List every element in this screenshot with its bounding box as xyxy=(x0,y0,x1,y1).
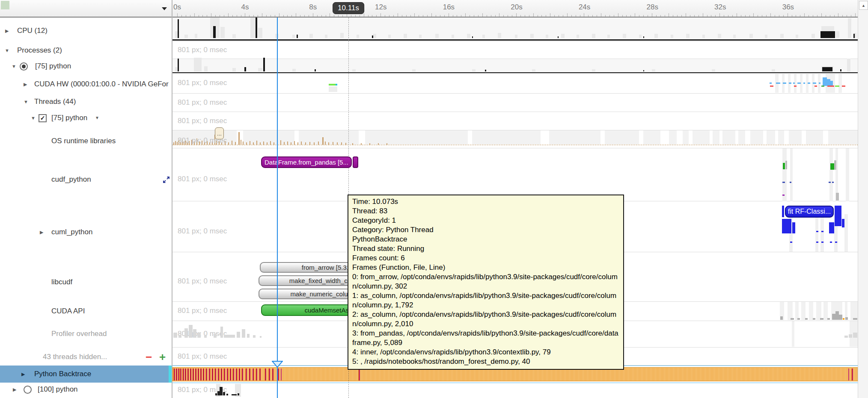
timeline-mark xyxy=(256,369,257,380)
expand-arrow-icon[interactable]: ▼ xyxy=(12,64,16,69)
ruler-tick xyxy=(525,15,525,17)
sidebar-item-profiler-overhead[interactable]: Profiler overhead xyxy=(0,328,172,340)
vertical-scrollbar[interactable]: ▲ xyxy=(858,0,868,398)
timeline-mark xyxy=(829,148,833,201)
thread-options-caret-icon[interactable]: ▼ xyxy=(95,116,99,120)
remove-row-button[interactable]: − xyxy=(146,353,152,361)
timeline-row-os-runtime[interactable]: 801 px; 0 msec ... xyxy=(172,130,858,148)
cursor-marker-icon[interactable] xyxy=(272,361,283,368)
sidebar-item-cuda-api[interactable]: CUDA API xyxy=(0,305,172,317)
thread-checkbox-checked[interactable]: ✓ xyxy=(39,114,47,122)
timeline-row-process-75-graph[interactable]: 801 px; 0 msec xyxy=(172,59,858,74)
timeline-row-cpu[interactable]: 801 px; 0 msec xyxy=(172,18,858,41)
process-radio-selected[interactable] xyxy=(20,62,28,71)
os-runtime-overflow-button[interactable]: ... xyxy=(215,127,224,139)
expand-arrow-icon[interactable]: ▼ xyxy=(24,100,28,104)
timeline-row-thread-75[interactable]: 801 px; 0 msec xyxy=(172,112,858,130)
sidebar-options-caret-icon[interactable] xyxy=(162,7,167,10)
sidebar-item-python-backtrace-selected[interactable]: ▶ Python Backtrace xyxy=(0,366,172,383)
ruler-tick xyxy=(851,15,851,17)
timeline-mark xyxy=(176,369,177,380)
collapse-arrow-icon[interactable]: ▶ xyxy=(5,29,9,33)
ruler-tick xyxy=(813,15,813,17)
ruler-tick xyxy=(194,13,195,17)
ruler-tick xyxy=(554,15,555,17)
timeline-row-process-100[interactable]: 801 px; 0 msec xyxy=(172,383,858,398)
timeline-mark xyxy=(263,142,264,145)
sidebar-item-hidden-threads[interactable]: 43 threads hidden... − + xyxy=(0,351,172,363)
sidebar-item-cuml-python[interactable]: ▶ cuml_python xyxy=(0,226,172,238)
collapse-arrow-icon[interactable]: ▶ xyxy=(13,387,16,392)
sidebar-item-threads[interactable]: ▼ Threads (44) xyxy=(0,96,172,108)
ruler-tick xyxy=(775,15,775,17)
ruler-tick xyxy=(279,13,279,17)
sidebar-item-cuda-hw[interactable]: ▶ CUDA HW (0000:01:00.0 - NVIDIA GeFor xyxy=(0,78,172,90)
process-radio-unselected[interactable] xyxy=(24,386,32,394)
expand-arrow-icon[interactable]: ▼ xyxy=(31,116,36,121)
cursor-line[interactable] xyxy=(277,18,278,398)
timeline-mark xyxy=(315,69,316,71)
ruler-tick xyxy=(181,15,182,17)
ruler-tick xyxy=(516,13,517,17)
ruler-tick xyxy=(423,15,423,17)
ruler-tick-label: 8s xyxy=(309,3,317,12)
time-ruler[interactable]: 10.11s 0s4s8s12s16s20s24s28s32s36s xyxy=(172,0,858,18)
scroll-up-button[interactable]: ▲ xyxy=(859,1,868,10)
sidebar-item-cpu[interactable]: ▶ CPU (12) xyxy=(0,25,172,37)
timeline-mark xyxy=(197,333,201,338)
timeline-mark xyxy=(836,193,839,200)
timeline-mark xyxy=(292,69,296,71)
timeline-mark xyxy=(712,69,715,71)
sidebar-item-cudf-python[interactable]: cudf_python xyxy=(0,174,172,186)
timeline-tree-sidebar: ▶ CPU (12) ▼ Processes (2) ▼ [75] python… xyxy=(0,0,172,398)
ruler-tick xyxy=(326,15,326,17)
timeline-mark xyxy=(797,83,801,84)
timeline-row-cudf-python[interactable]: 801 px; 0 msec DataFrame.from_pandas [5.… xyxy=(172,148,858,201)
collapse-arrow-icon[interactable]: ▶ xyxy=(24,82,27,87)
timeline-row-processes[interactable]: 801 px; 0 msec xyxy=(172,41,858,59)
sidebar-item-processes[interactable]: ▼ Processes (2) xyxy=(0,44,172,56)
timeline-mark xyxy=(797,318,800,320)
timeline-mark xyxy=(834,160,836,170)
ruler-tick xyxy=(342,15,343,17)
ruler-tick xyxy=(499,13,499,17)
range-bar-dataframe-from-pandas[interactable]: DataFrame.from_pandas [5... xyxy=(261,156,352,168)
sidebar-item-libcudf[interactable]: libcudf xyxy=(0,276,172,288)
ruler-tick xyxy=(809,15,809,17)
timeline-mark xyxy=(372,35,373,38)
sidebar-item-process-75-python[interactable]: ▼ [75] python xyxy=(0,60,172,72)
ruler-tick-label: 32s xyxy=(714,3,726,12)
timeline-mark xyxy=(788,302,793,320)
timeline-mark xyxy=(256,17,257,38)
ruler-tick xyxy=(402,15,402,17)
timeline-mark xyxy=(237,332,240,338)
row-placeholder: 801 px; 0 msec xyxy=(178,277,227,286)
timeline-row-cuda-hw[interactable]: 801 px; 0 msec xyxy=(172,74,858,94)
sidebar-item-os-runtime-libraries[interactable]: OS runtime libraries xyxy=(0,135,172,147)
timeline-mark xyxy=(842,85,845,87)
add-row-button[interactable]: + xyxy=(159,353,166,361)
timeline-mark xyxy=(829,182,831,183)
sidebar-item-label: [75] python xyxy=(51,114,87,122)
timeline-mark xyxy=(832,182,834,183)
timeline-mark xyxy=(238,393,239,395)
timeline-row-threads[interactable]: 801 px; 0 msec xyxy=(172,94,858,112)
timeline-mark xyxy=(722,130,735,144)
ruler-tick xyxy=(491,15,491,17)
collapse-arrow-icon[interactable]: ▶ xyxy=(21,372,25,377)
timeline-mark xyxy=(190,369,191,380)
timeline-mark xyxy=(809,302,813,320)
sidebar-item-label: [75] python xyxy=(35,62,71,71)
expand-row-icon[interactable] xyxy=(163,176,170,186)
range-bar-fit-rf-classifier[interactable]: fit RF-Classi... xyxy=(785,206,834,218)
collapse-arrow-icon[interactable]: ▶ xyxy=(40,230,43,235)
ruler-tick xyxy=(283,15,284,17)
ruler-tick xyxy=(821,13,822,17)
sidebar-item-thread-75-python[interactable]: ▼ ✓ [75] python ▼ xyxy=(0,112,172,124)
ruler-tick xyxy=(245,13,245,17)
range-bar-segment[interactable] xyxy=(353,156,358,168)
sidebar-item-process-100-python[interactable]: ▶ [100] python xyxy=(0,383,172,395)
expand-arrow-icon[interactable]: ▼ xyxy=(5,48,9,53)
timeline-canvas[interactable]: 10.11s 0s4s8s12s16s20s24s28s32s36s 801 p… xyxy=(172,0,858,398)
ruler-tick xyxy=(199,15,199,17)
